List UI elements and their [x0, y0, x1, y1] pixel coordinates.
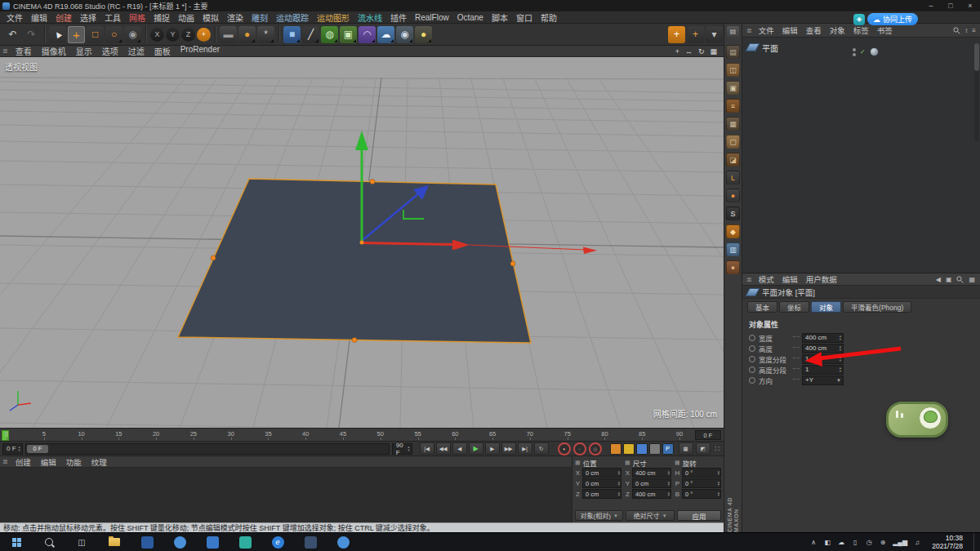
color-palette-icon[interactable]: ◩ — [696, 442, 710, 455]
property-field-宽度[interactable]: 400 cm▴▾ — [802, 333, 844, 343]
last-tool-icon[interactable]: ◉ — [124, 26, 141, 43]
section-title[interactable]: 对象属性 — [742, 315, 980, 332]
material-menu-item[interactable]: 创建 — [11, 456, 36, 468]
rotate-tool-icon[interactable]: ○ — [105, 26, 122, 43]
axis-origin-dot[interactable] — [360, 241, 364, 245]
keyframe-circle-icon[interactable] — [749, 377, 755, 384]
menubar-item[interactable]: 插件 — [386, 11, 411, 24]
menubar-item[interactable]: 帮助 — [537, 11, 561, 24]
task-view-button[interactable]: ◫ — [65, 533, 98, 551]
nav-back-icon[interactable]: ◀ — [936, 276, 941, 283]
coordinate-mode-dropdown[interactable]: 对象(相对)▼ — [575, 510, 623, 521]
menubar-item[interactable]: 选择 — [76, 11, 100, 24]
plane-handle-right[interactable] — [510, 261, 515, 266]
taskbar-search-button[interactable] — [33, 533, 65, 551]
coordinate-system-icon[interactable]: + — [197, 28, 211, 42]
enable-check-icon[interactable]: ✓ — [860, 48, 866, 56]
search-icon[interactable] — [953, 27, 960, 34]
workspace-add-icon[interactable]: + — [668, 26, 685, 43]
plane-handle-left[interactable] — [211, 256, 216, 260]
maximize-button[interactable]: □ — [941, 0, 960, 11]
rotate-view-icon[interactable]: ↻ — [698, 47, 705, 56]
panel-grip-icon[interactable]: ≣ — [0, 458, 11, 465]
preset-crate-icon[interactable]: ◫ — [726, 63, 740, 77]
keyframe-circle-icon[interactable] — [749, 335, 755, 341]
coordinate-field[interactable]: 400 cm▴▾ — [632, 468, 671, 478]
show-desktop-button[interactable] — [973, 533, 978, 551]
light-icon[interactable]: ● — [415, 26, 432, 43]
taskbar-app-icon-6[interactable] — [294, 533, 327, 551]
menubar-item[interactable]: 文件 — [2, 11, 27, 24]
ruler-frame-field[interactable]: 0 F — [695, 430, 721, 440]
modeling-tools-icon[interactable]: ▣ — [340, 26, 357, 43]
taskbar-app-icon-3[interactable] — [196, 533, 229, 551]
grid-cube-icon[interactable]: ▦ — [726, 117, 740, 131]
viewport-menu-item[interactable]: 查看 — [11, 45, 37, 57]
attribute-manager-menu-item[interactable]: 编辑 — [778, 273, 802, 285]
play-button[interactable]: ▶ — [469, 442, 483, 455]
taskbar-app-icon-2[interactable] — [163, 533, 196, 551]
menubar-item[interactable]: 网格 — [125, 11, 149, 24]
add-cube-icon[interactable]: ■ — [283, 26, 301, 43]
menubar-item[interactable]: 创建 — [51, 11, 76, 24]
taskbar-app-icon-7[interactable] — [327, 533, 359, 551]
panel-file-icon[interactable]: ▤ — [727, 26, 739, 37]
tray-cloud-icon[interactable]: ☁ — [837, 539, 845, 546]
goto-start-button[interactable]: |◀ — [420, 442, 434, 455]
timeline-ruler[interactable]: 0 F 051015202530354045505560657075808590 — [0, 428, 724, 441]
pan-view-icon[interactable]: + — [675, 47, 679, 56]
record-scale-icon[interactable] — [623, 443, 635, 455]
render-view-icon[interactable]: ▬ — [220, 26, 237, 43]
coordinate-field[interactable]: 400 cm▴▾ — [632, 489, 671, 499]
menubar-item[interactable]: 运动跟踪 — [272, 11, 313, 24]
spinner-icon[interactable]: ▴▾ — [718, 470, 719, 476]
workspace-move-icon[interactable]: + — [687, 26, 704, 43]
property-field-高度分段[interactable]: 1▴▾ — [802, 365, 844, 375]
record-keyframe-button[interactable]: ● — [558, 442, 571, 455]
menubar-item[interactable]: 编辑 — [27, 11, 51, 24]
upload-button[interactable]: ☁ 协同上传 — [867, 13, 918, 25]
object-manager-menu-item[interactable]: 编辑 — [778, 24, 802, 36]
tray-clock-icon[interactable]: ◷ — [865, 539, 873, 546]
material-menu-item[interactable]: 功能 — [61, 456, 87, 468]
record-parameter-icon[interactable] — [649, 443, 661, 455]
viewport-menu-item[interactable]: 过滤 — [123, 45, 149, 57]
toggle-view-icon[interactable]: ▦ — [710, 47, 717, 56]
crate-icon[interactable]: ◪ — [726, 153, 740, 167]
taskbar-clock[interactable]: 10:382021/7/28 — [927, 534, 968, 550]
plane-object[interactable] — [178, 179, 531, 343]
tab-坐标[interactable]: 坐标 — [779, 301, 809, 313]
object-tree[interactable]: 平面 ✓ — [742, 42, 980, 278]
move-tool-icon[interactable]: + — [68, 26, 85, 43]
tray-network-icon[interactable]: ▂▄▆ — [893, 539, 907, 546]
record-options-button[interactable]: ◷ — [589, 442, 602, 455]
panel-grip-icon[interactable]: ∷ — [713, 444, 721, 453]
tray-device-icon[interactable]: ▯ — [851, 539, 859, 546]
camera-icon[interactable]: ◉ — [396, 26, 413, 43]
panel-grip-icon[interactable]: ≣ — [0, 47, 11, 55]
tan-box-icon[interactable]: ▢ — [726, 135, 740, 149]
menubar-item[interactable]: 流水线 — [354, 11, 386, 24]
tray-volume-icon[interactable]: ♫ — [913, 539, 921, 546]
content-browser-icon[interactable]: ▤ — [726, 45, 740, 59]
viewport-menu-item[interactable]: 面板 — [149, 45, 176, 57]
burger-menu-icon[interactable]: ≡ — [972, 27, 976, 34]
lock-z-icon[interactable]: Z — [181, 28, 195, 42]
object-manager-menu-item[interactable]: 书签 — [873, 24, 897, 36]
keyframe-circle-icon[interactable] — [749, 367, 755, 373]
goto-end-button[interactable]: ▶| — [518, 442, 532, 455]
taskbar-app-icon-4[interactable] — [229, 533, 261, 551]
clay-pot-icon[interactable]: ● — [726, 260, 740, 274]
lock-x-icon[interactable]: X — [150, 28, 164, 42]
end-frame-field[interactable]: 90 F▴▾ — [392, 443, 412, 455]
tray-update-icon[interactable]: ⊕ — [879, 539, 887, 546]
environment-icon[interactable]: ☁ — [377, 26, 394, 43]
object-manager-menu-item[interactable]: 查看 — [802, 24, 826, 36]
frame-slider[interactable]: 0 F — [25, 443, 390, 455]
taskbar-app-icon-5[interactable]: e — [261, 533, 294, 551]
spinner-icon[interactable]: ▴▾ — [718, 481, 719, 487]
apply-button[interactable]: 应用 — [677, 510, 721, 521]
lock-y-icon[interactable]: Y — [166, 28, 180, 42]
attribute-manager-menu-item[interactable]: 用户数据 — [802, 273, 841, 285]
menubar-item[interactable]: 脚本 — [488, 11, 512, 24]
